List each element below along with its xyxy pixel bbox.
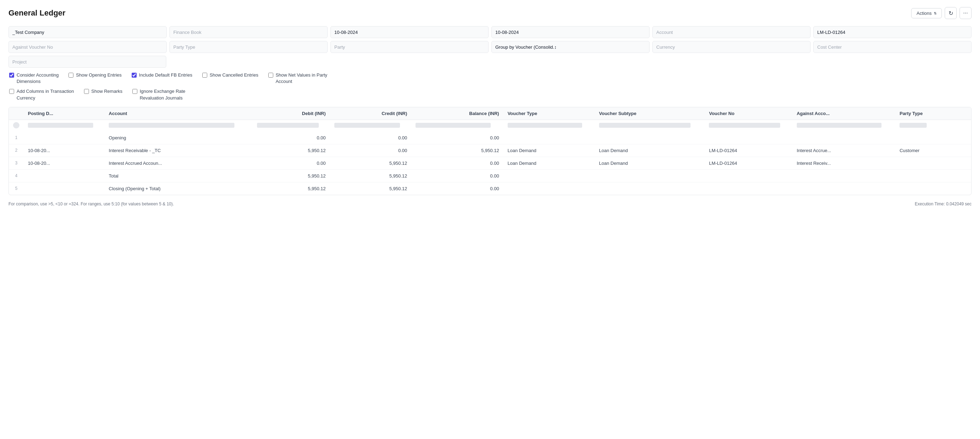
cell-debit: 5,950.12	[253, 169, 330, 182]
actions-button[interactable]: Actions ⇅	[911, 8, 942, 18]
show-net-values-checkbox[interactable]: Show Net Values in PartyAccount	[268, 72, 327, 85]
col-debit[interactable]: Debit (INR)	[253, 107, 330, 120]
project-filter[interactable]	[8, 56, 166, 68]
col-party-type[interactable]: Party Type	[895, 107, 971, 120]
cell-voucher-type: Loan Demand	[503, 157, 595, 169]
cell-voucher-no	[705, 169, 792, 182]
cell-posting-date	[24, 132, 105, 144]
party-type-filter[interactable]	[169, 41, 328, 53]
cell-debit: 5,950.12	[253, 144, 330, 157]
voucher-no-filter[interactable]	[813, 26, 972, 38]
cell-posting-date: 10-08-20...	[24, 144, 105, 157]
cell-balance: 0.00	[411, 182, 503, 195]
cell-account: Interest Receivable - _TC	[105, 144, 253, 157]
ledger-table: Posting D... Account Debit (INR) Credit …	[9, 107, 971, 195]
to-date-filter[interactable]	[492, 26, 649, 38]
cell-credit: 0.00	[330, 144, 412, 157]
cell-party-type	[895, 157, 971, 169]
execution-time: Execution Time: 0.042049 sec	[915, 202, 972, 207]
cell-voucher-type: Loan Demand	[503, 144, 595, 157]
ledger-table-container: Posting D... Account Debit (INR) Credit …	[8, 107, 972, 195]
col-posting-date[interactable]: Posting D...	[24, 107, 105, 120]
cell-voucher-no	[705, 132, 792, 144]
cell-party-type	[895, 169, 971, 182]
currency-filter[interactable]	[652, 41, 811, 53]
filter-row-1	[8, 26, 972, 38]
cell-debit: 0.00	[253, 157, 330, 169]
cell-posting-date: 10-08-20...	[24, 157, 105, 169]
cell-against-account	[792, 182, 896, 195]
group-by-filter[interactable]	[492, 41, 649, 53]
cell-posting-date	[24, 169, 105, 182]
cell-voucher-no: LM-LD-01264	[705, 157, 792, 169]
row-number: 2	[9, 144, 24, 157]
party-filter[interactable]	[331, 41, 488, 53]
company-filter[interactable]	[8, 26, 167, 38]
more-icon: ···	[963, 10, 968, 16]
from-date-filter[interactable]	[331, 26, 488, 38]
cell-balance: 0.00	[411, 132, 503, 144]
cell-against-account	[792, 169, 896, 182]
refresh-button[interactable]: ↻	[945, 7, 957, 19]
col-voucher-type[interactable]: Voucher Type	[503, 107, 595, 120]
cell-party-type	[895, 182, 971, 195]
col-against-account[interactable]: Against Acco...	[792, 107, 896, 120]
cell-voucher-subtype	[595, 169, 705, 182]
account-filter[interactable]	[652, 26, 811, 38]
cell-account: Closing (Opening + Total)	[105, 182, 253, 195]
cell-voucher-subtype: Loan Demand	[595, 144, 705, 157]
show-remarks-checkbox[interactable]: Show Remarks	[84, 88, 123, 95]
more-options-button[interactable]: ···	[959, 7, 972, 19]
table-row: 310-08-20...Interest Accrued Accoun...0.…	[9, 157, 971, 169]
checkboxes-row-1: Consider AccountingDimensions Show Openi…	[8, 72, 972, 85]
col-credit[interactable]: Credit (INR)	[330, 107, 412, 120]
footer-bar: For comparison, use >5, <10 or =324. For…	[8, 199, 972, 208]
add-columns-checkbox[interactable]: Add Columns in TransactionCurrency	[9, 88, 74, 101]
cell-credit: 5,950.12	[330, 182, 412, 195]
cell-credit: 5,950.12	[330, 169, 412, 182]
ignore-exchange-rate-checkbox[interactable]: Ignore Exchange RateRevaluation Journals	[132, 88, 185, 101]
refresh-icon: ↻	[948, 10, 953, 17]
cell-credit: 0.00	[330, 132, 412, 144]
consider-accounting-checkbox[interactable]: Consider AccountingDimensions	[9, 72, 59, 85]
against-voucher-no-filter[interactable]	[8, 41, 167, 53]
cost-center-filter[interactable]	[813, 41, 972, 53]
cell-account: Total	[105, 169, 253, 182]
col-num	[9, 107, 24, 120]
cell-debit: 0.00	[253, 132, 330, 144]
cell-voucher-subtype: Loan Demand	[595, 157, 705, 169]
show-opening-entries-checkbox[interactable]: Show Opening Entries	[68, 72, 121, 78]
cell-against-account: Interest Accrue...	[792, 144, 896, 157]
cell-voucher-type	[503, 182, 595, 195]
col-balance[interactable]: Balance (INR)	[411, 107, 503, 120]
finance-book-filter[interactable]	[169, 26, 328, 38]
footer-hint: For comparison, use >5, <10 or =324. For…	[8, 202, 174, 207]
cell-against-account	[792, 132, 896, 144]
cell-against-account: Interest Receiv...	[792, 157, 896, 169]
row-number: 3	[9, 157, 24, 169]
filter-row-3	[8, 56, 972, 68]
row-number: 1	[9, 132, 24, 144]
cell-account: Interest Accrued Accoun...	[105, 157, 253, 169]
cell-voucher-no: LM-LD-01264	[705, 144, 792, 157]
table-row: 210-08-20...Interest Receivable - _TC5,9…	[9, 144, 971, 157]
table-header-row: Posting D... Account Debit (INR) Credit …	[9, 107, 971, 120]
cell-debit: 5,950.12	[253, 182, 330, 195]
table-row: 4Total5,950.125,950.120.00	[9, 169, 971, 182]
cell-voucher-subtype	[595, 182, 705, 195]
cell-voucher-type	[503, 169, 595, 182]
col-voucher-subtype[interactable]: Voucher Subtype	[595, 107, 705, 120]
col-voucher-no[interactable]: Voucher No	[705, 107, 792, 120]
cell-voucher-type	[503, 132, 595, 144]
page-header: General Ledger Actions ⇅ ↻ ···	[8, 7, 972, 19]
chevron-up-down-icon: ⇅	[934, 11, 937, 15]
include-default-fb-checkbox[interactable]: Include Default FB Entries	[132, 72, 192, 78]
cell-party-type: Customer	[895, 144, 971, 157]
col-account[interactable]: Account	[105, 107, 253, 120]
cell-credit: 5,950.12	[330, 157, 412, 169]
filter-row-2	[8, 41, 972, 53]
show-cancelled-checkbox[interactable]: Show Cancelled Entries	[202, 72, 258, 78]
cell-voucher-no	[705, 182, 792, 195]
cell-party-type	[895, 132, 971, 144]
cell-balance: 0.00	[411, 169, 503, 182]
